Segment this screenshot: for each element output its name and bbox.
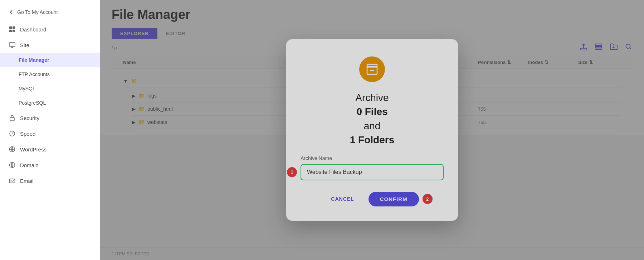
monitor-icon: [9, 41, 16, 49]
sidebar-item-security[interactable]: Security: [0, 110, 100, 126]
modal-actions: CANCEL CONFIRM 2: [325, 192, 419, 206]
sidebar-item-label: Speed: [20, 131, 35, 137]
grid-icon: [9, 26, 16, 33]
sidebar-item-wordpress[interactable]: WordPress: [0, 141, 100, 157]
sidebar-item-label: MySQL: [19, 86, 35, 91]
sidebar-item-label: WordPress: [20, 146, 47, 152]
sidebar: Go To My Account Dashboard Site File Man…: [0, 0, 100, 260]
sidebar-item-label: Domain: [20, 162, 39, 168]
sidebar-item-domain[interactable]: Domain: [0, 157, 100, 173]
sidebar-item-ftp-accounts[interactable]: FTP Accounts: [0, 67, 100, 81]
sidebar-item-label: Site: [20, 42, 29, 48]
back-to-account[interactable]: Go To My Account: [0, 6, 100, 19]
sidebar-item-email[interactable]: Email: [0, 173, 100, 189]
sidebar-item-file-manager[interactable]: File Manager: [0, 53, 100, 67]
sidebar-item-postgresql[interactable]: PostgreSQL: [0, 96, 100, 110]
svg-rect-4: [9, 42, 15, 46]
confirm-button[interactable]: CONFIRM: [369, 192, 419, 206]
archive-modal: Archive 0 Files and 1 Folders Archive Na…: [286, 39, 458, 221]
cancel-button[interactable]: CANCEL: [325, 193, 360, 205]
sidebar-item-mysql[interactable]: MySQL: [0, 81, 100, 96]
sidebar-item-label: Dashboard: [20, 26, 46, 32]
modal-overlay: Archive 0 Files and 1 Folders Archive Na…: [100, 0, 644, 260]
sidebar-item-label: Email: [20, 178, 34, 184]
archive-name-input[interactable]: [301, 164, 444, 180]
sidebar-item-label: Security: [20, 115, 39, 121]
archive-icon: [366, 63, 379, 76]
svg-rect-0: [9, 26, 12, 29]
lock-icon: [9, 114, 16, 121]
mail-icon: [9, 177, 16, 184]
back-label: Go To My Account: [17, 9, 58, 15]
globe-icon: [9, 161, 16, 169]
svg-rect-1: [13, 26, 15, 29]
wp-icon: [9, 146, 16, 153]
sidebar-item-speed[interactable]: Speed: [0, 126, 100, 141]
svg-rect-2: [9, 30, 12, 32]
modal-title: Archive 0 Files and 1 Folders: [350, 91, 394, 147]
speed-icon: [9, 130, 16, 137]
step-2-badge: 2: [423, 194, 433, 204]
sidebar-item-label: FTP Accounts: [19, 71, 50, 77]
modal-icon-container: [359, 56, 385, 82]
svg-rect-3: [13, 30, 15, 32]
step-1-badge: 1: [287, 167, 297, 177]
svg-rect-16: [367, 64, 377, 67]
sidebar-item-dashboard[interactable]: Dashboard: [0, 21, 100, 37]
input-wrapper: 1: [301, 164, 444, 180]
sidebar-item-site[interactable]: Site: [0, 37, 100, 53]
sidebar-item-label: File Manager: [19, 57, 49, 63]
svg-rect-9: [10, 179, 15, 183]
svg-rect-5: [10, 118, 14, 121]
archive-name-label: Archive Name: [301, 155, 444, 161]
main-content: File Manager EXPLORER EDITOR / p...: [100, 0, 644, 260]
back-arrow-icon: [9, 9, 14, 15]
sidebar-item-label: PostgreSQL: [19, 100, 46, 106]
